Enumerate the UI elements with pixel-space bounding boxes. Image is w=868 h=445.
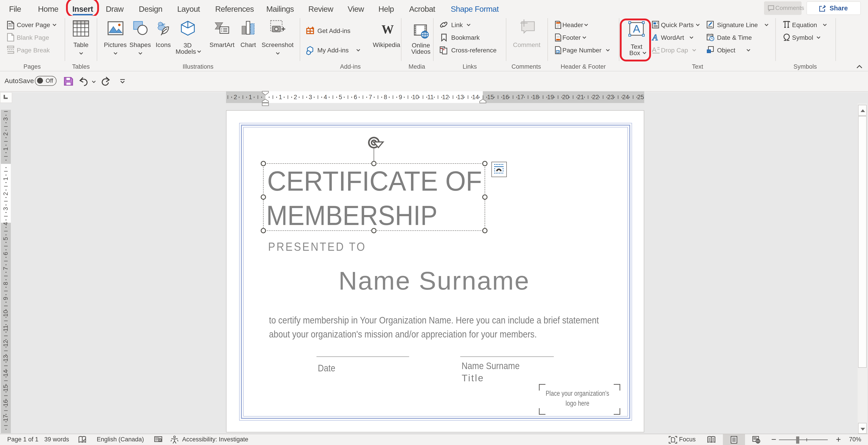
- svg-text:18: 18: [532, 94, 539, 101]
- svg-text:14: 14: [472, 94, 479, 101]
- svg-text:A: A: [652, 46, 656, 53]
- svg-text:3: 3: [2, 207, 9, 210]
- svg-text:15: 15: [487, 94, 494, 101]
- svg-text:3: 3: [2, 117, 9, 121]
- svg-text:9: 9: [2, 297, 9, 300]
- svg-text:22: 22: [592, 94, 599, 101]
- svg-text:10: 10: [2, 310, 9, 317]
- svg-text:7: 7: [369, 94, 372, 101]
- svg-text:14: 14: [2, 370, 9, 377]
- svg-text:2: 2: [234, 94, 237, 101]
- svg-text:11: 11: [427, 94, 434, 101]
- svg-text:5: 5: [2, 237, 9, 240]
- svg-text:A: A: [652, 33, 658, 42]
- svg-text:19: 19: [547, 94, 554, 101]
- svg-text:9: 9: [399, 94, 402, 101]
- svg-text:4: 4: [2, 222, 9, 226]
- svg-text:5: 5: [339, 94, 342, 101]
- svg-text:25: 25: [637, 94, 644, 101]
- svg-text:8: 8: [2, 282, 9, 285]
- svg-text:17: 17: [2, 415, 9, 421]
- svg-text:1: 1: [2, 147, 9, 151]
- svg-text:13: 13: [2, 355, 9, 362]
- svg-text:1: 1: [279, 94, 282, 101]
- svg-text:2: 2: [2, 192, 9, 195]
- svg-text:4: 4: [324, 94, 327, 101]
- svg-text:23: 23: [607, 94, 614, 101]
- svg-text:6: 6: [2, 252, 9, 255]
- svg-text:17: 17: [517, 94, 524, 101]
- svg-text:1: 1: [2, 177, 9, 180]
- svg-text:11: 11: [2, 325, 9, 332]
- svg-text:21: 21: [577, 94, 584, 101]
- svg-text:1: 1: [249, 94, 252, 101]
- svg-text:12: 12: [442, 94, 449, 101]
- svg-text:24: 24: [622, 94, 629, 101]
- svg-text:20: 20: [562, 94, 569, 101]
- svg-text:2: 2: [293, 94, 297, 101]
- svg-text:15: 15: [2, 385, 9, 391]
- svg-text:7: 7: [2, 267, 9, 270]
- svg-text:16: 16: [2, 400, 9, 407]
- svg-text:3: 3: [309, 94, 312, 101]
- svg-text:12: 12: [2, 340, 9, 347]
- svg-text:2: 2: [2, 132, 9, 136]
- svg-text:13: 13: [457, 94, 464, 101]
- svg-text:8: 8: [384, 94, 387, 101]
- svg-text:16: 16: [502, 94, 509, 101]
- svg-text:6: 6: [354, 94, 357, 101]
- svg-text:10: 10: [412, 94, 419, 101]
